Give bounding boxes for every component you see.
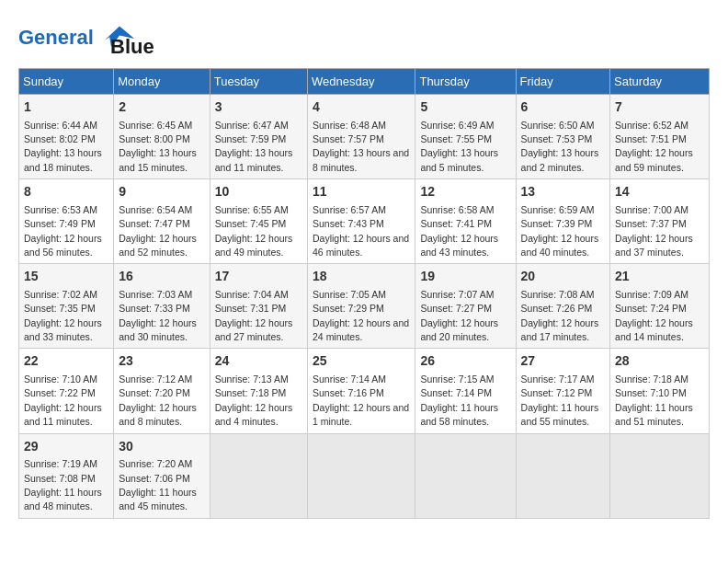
day-number: 4 (313, 98, 410, 117)
calendar-day-cell: 16 Sunrise: 7:03 AMSunset: 7:33 PMDaylig… (114, 264, 210, 349)
calendar-header-row: SundayMondayTuesdayWednesdayThursdayFrid… (19, 69, 710, 95)
calendar-day-cell: 4 Sunrise: 6:48 AMSunset: 7:57 PMDayligh… (308, 95, 415, 179)
day-info: Sunrise: 6:48 AMSunset: 7:57 PMDaylight:… (313, 120, 409, 173)
day-info: Sunrise: 6:55 AMSunset: 7:45 PMDaylight:… (215, 204, 293, 258)
day-number: 9 (119, 183, 204, 201)
calendar-day-cell: 1 Sunrise: 6:44 AMSunset: 8:02 PMDayligh… (19, 95, 114, 179)
day-number: 17 (215, 268, 302, 286)
day-number: 22 (24, 352, 108, 371)
weekday-header: Sunday (19, 69, 114, 95)
calendar-day-cell: 14 Sunrise: 7:00 AMSunset: 7:37 PMDaylig… (610, 179, 710, 264)
calendar-week-row: 8 Sunrise: 6:53 AMSunset: 7:49 PMDayligh… (19, 179, 710, 264)
calendar-day-cell: 17 Sunrise: 7:04 AMSunset: 7:31 PMDaylig… (210, 264, 307, 349)
calendar-day-cell: 15 Sunrise: 7:02 AMSunset: 7:35 PMDaylig… (19, 264, 114, 349)
calendar-week-row: 29 Sunrise: 7:19 AMSunset: 7:08 PMDaylig… (19, 433, 710, 518)
weekday-header: Friday (516, 69, 610, 95)
calendar-day-cell: 23 Sunrise: 7:12 AMSunset: 7:20 PMDaylig… (114, 349, 210, 433)
calendar-day-cell: 30 Sunrise: 7:20 AMSunset: 7:06 PMDaylig… (114, 433, 210, 518)
calendar-table: SundayMondayTuesdayWednesdayThursdayFrid… (18, 68, 710, 519)
day-info: Sunrise: 6:59 AMSunset: 7:39 PMDaylight:… (521, 204, 599, 258)
day-info: Sunrise: 6:47 AMSunset: 7:59 PMDaylight:… (215, 120, 293, 173)
day-number: 19 (420, 268, 510, 286)
day-number: 28 (615, 352, 704, 371)
day-number: 11 (313, 183, 410, 201)
calendar-day-cell: 19 Sunrise: 7:07 AMSunset: 7:27 PMDaylig… (415, 264, 516, 349)
day-info: Sunrise: 6:58 AMSunset: 7:41 PMDaylight:… (420, 204, 498, 258)
calendar-week-row: 1 Sunrise: 6:44 AMSunset: 8:02 PMDayligh… (19, 95, 710, 179)
day-info: Sunrise: 7:14 AMSunset: 7:16 PMDaylight:… (313, 373, 409, 427)
day-info: Sunrise: 7:18 AMSunset: 7:10 PMDaylight:… (615, 373, 693, 427)
day-info: Sunrise: 7:07 AMSunset: 7:27 PMDaylight:… (420, 289, 498, 342)
calendar-day-cell: 10 Sunrise: 6:55 AMSunset: 7:45 PMDaylig… (210, 179, 307, 264)
calendar-day-cell (210, 433, 307, 518)
day-number: 20 (521, 268, 606, 286)
day-info: Sunrise: 7:13 AMSunset: 7:18 PMDaylight:… (215, 373, 293, 427)
day-number: 26 (420, 352, 510, 371)
day-info: Sunrise: 7:15 AMSunset: 7:14 PMDaylight:… (420, 373, 498, 427)
day-number: 1 (24, 98, 108, 117)
day-number: 5 (420, 98, 510, 117)
calendar-day-cell: 29 Sunrise: 7:19 AMSunset: 7:08 PMDaylig… (19, 433, 114, 518)
day-info: Sunrise: 6:50 AMSunset: 7:53 PMDaylight:… (521, 120, 599, 173)
calendar-day-cell: 13 Sunrise: 6:59 AMSunset: 7:39 PMDaylig… (516, 179, 610, 264)
weekday-header: Wednesday (308, 69, 415, 95)
day-info: Sunrise: 7:03 AMSunset: 7:33 PMDaylight:… (119, 289, 197, 342)
calendar-day-cell (415, 433, 516, 518)
day-number: 23 (119, 352, 204, 371)
weekday-header: Thursday (415, 69, 516, 95)
day-number: 24 (215, 352, 302, 371)
day-info: Sunrise: 7:10 AMSunset: 7:22 PMDaylight:… (24, 373, 102, 427)
day-info: Sunrise: 6:52 AMSunset: 7:51 PMDaylight:… (615, 120, 693, 173)
day-number: 8 (24, 183, 108, 201)
day-info: Sunrise: 6:44 AMSunset: 8:02 PMDaylight:… (24, 120, 102, 173)
calendar-day-cell: 3 Sunrise: 6:47 AMSunset: 7:59 PMDayligh… (210, 95, 307, 179)
day-info: Sunrise: 7:05 AMSunset: 7:29 PMDaylight:… (313, 289, 409, 342)
day-number: 27 (521, 352, 606, 371)
calendar-day-cell: 28 Sunrise: 7:18 AMSunset: 7:10 PMDaylig… (610, 349, 710, 433)
day-info: Sunrise: 6:53 AMSunset: 7:49 PMDaylight:… (24, 204, 102, 258)
day-number: 6 (521, 98, 606, 117)
logo-text-general: General (18, 26, 94, 49)
day-info: Sunrise: 7:02 AMSunset: 7:35 PMDaylight:… (24, 289, 102, 342)
calendar-day-cell: 21 Sunrise: 7:09 AMSunset: 7:24 PMDaylig… (610, 264, 710, 349)
page-header: General Blue (18, 18, 710, 59)
calendar-day-cell: 12 Sunrise: 6:58 AMSunset: 7:41 PMDaylig… (415, 179, 516, 264)
calendar-day-cell: 20 Sunrise: 7:08 AMSunset: 7:26 PMDaylig… (516, 264, 610, 349)
day-number: 2 (119, 98, 204, 117)
day-info: Sunrise: 7:19 AMSunset: 7:08 PMDaylight:… (24, 458, 102, 511)
calendar-day-cell: 9 Sunrise: 6:54 AMSunset: 7:47 PMDayligh… (114, 179, 210, 264)
day-info: Sunrise: 6:54 AMSunset: 7:47 PMDaylight:… (119, 204, 197, 258)
calendar-day-cell: 22 Sunrise: 7:10 AMSunset: 7:22 PMDaylig… (19, 349, 114, 433)
calendar-day-cell: 8 Sunrise: 6:53 AMSunset: 7:49 PMDayligh… (19, 179, 114, 264)
calendar-day-cell (516, 433, 610, 518)
calendar-day-cell: 7 Sunrise: 6:52 AMSunset: 7:51 PMDayligh… (610, 95, 710, 179)
calendar-week-row: 22 Sunrise: 7:10 AMSunset: 7:22 PMDaylig… (19, 349, 710, 433)
day-number: 16 (119, 268, 204, 286)
weekday-header: Monday (114, 69, 210, 95)
day-number: 25 (313, 352, 410, 371)
calendar-day-cell: 2 Sunrise: 6:45 AMSunset: 8:00 PMDayligh… (114, 95, 210, 179)
day-number: 14 (615, 183, 704, 201)
weekday-header: Tuesday (210, 69, 307, 95)
day-info: Sunrise: 6:57 AMSunset: 7:43 PMDaylight:… (313, 204, 409, 258)
logo-text-blue: Blue (110, 35, 154, 59)
day-info: Sunrise: 6:45 AMSunset: 8:00 PMDaylight:… (119, 120, 197, 173)
calendar-day-cell: 18 Sunrise: 7:05 AMSunset: 7:29 PMDaylig… (308, 264, 415, 349)
day-number: 29 (24, 438, 108, 456)
day-info: Sunrise: 7:04 AMSunset: 7:31 PMDaylight:… (215, 289, 293, 342)
calendar-day-cell: 24 Sunrise: 7:13 AMSunset: 7:18 PMDaylig… (210, 349, 307, 433)
calendar-day-cell (308, 433, 415, 518)
day-info: Sunrise: 7:12 AMSunset: 7:20 PMDaylight:… (119, 373, 197, 427)
day-number: 3 (215, 98, 302, 117)
day-number: 12 (420, 183, 510, 201)
calendar-day-cell: 11 Sunrise: 6:57 AMSunset: 7:43 PMDaylig… (308, 179, 415, 264)
day-number: 7 (615, 98, 704, 117)
day-number: 18 (313, 268, 410, 286)
calendar-day-cell: 6 Sunrise: 6:50 AMSunset: 7:53 PMDayligh… (516, 95, 610, 179)
calendar-day-cell: 25 Sunrise: 7:14 AMSunset: 7:16 PMDaylig… (308, 349, 415, 433)
day-number: 21 (615, 268, 704, 286)
day-info: Sunrise: 7:20 AMSunset: 7:06 PMDaylight:… (119, 458, 197, 511)
calendar-day-cell: 26 Sunrise: 7:15 AMSunset: 7:14 PMDaylig… (415, 349, 516, 433)
day-number: 30 (119, 438, 204, 456)
day-info: Sunrise: 7:00 AMSunset: 7:37 PMDaylight:… (615, 204, 693, 258)
